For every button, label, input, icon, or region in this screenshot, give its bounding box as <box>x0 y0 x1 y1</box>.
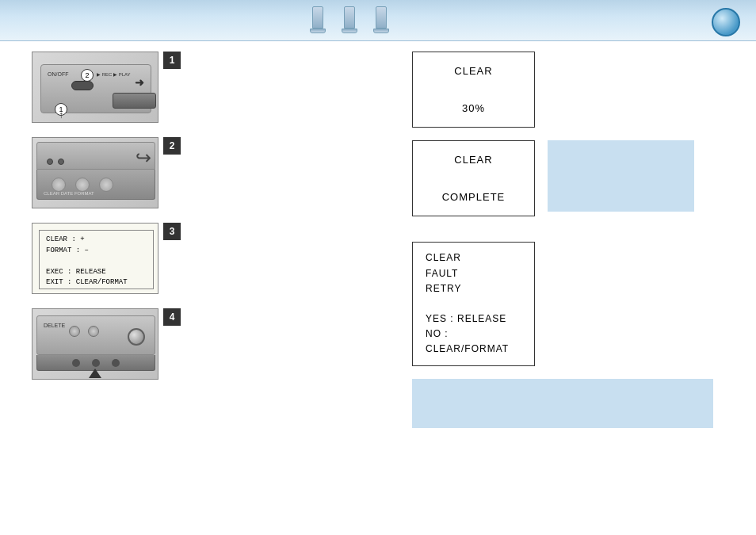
icon-body-3 <box>376 6 387 29</box>
header-circle-button[interactable] <box>712 8 740 36</box>
panel-3-line-3: RETRY <box>426 283 461 294</box>
curved-arrow-icon: ↩ <box>136 147 151 169</box>
icon-base-1 <box>310 29 326 33</box>
mode-indicator <box>113 93 156 109</box>
small-btn-1 <box>52 178 66 192</box>
icon-2 <box>341 6 358 35</box>
step-3-item: CLEAR : + FORMAT : – EXEC : RELEASE EXIT… <box>32 223 222 294</box>
sml-1 <box>69 326 80 337</box>
dot-2 <box>58 159 64 165</box>
info-box-2 <box>412 379 713 428</box>
sml-2 <box>88 326 99 337</box>
display-panels: CLEAR 30% CLEAR COMPLETE CLEAR FAULT RET… <box>412 52 745 428</box>
step-number-1: 1 <box>163 52 181 69</box>
icon-body-1 <box>312 6 323 29</box>
step-4-inner: DELETE <box>36 315 155 375</box>
step-4-body: DELETE <box>36 315 155 355</box>
steps-column: ON/OFF ▶ REC ▶ PLAY 2 ➜ 1 ↑ 1 <box>32 52 222 394</box>
onoff-switch <box>71 81 94 90</box>
panel-3-row: CLEAR FAULT RETRY YES : RELEASE NO : CLE… <box>412 242 745 365</box>
clear-label: CLEAR DATE FORMAT <box>44 191 94 196</box>
panel-1-line-3: 30% <box>462 102 485 114</box>
text-line-4: EXEC : RELEASE <box>46 268 106 276</box>
step-2-item: ↩ CLEAR DATE FORMAT 2 <box>32 137 222 208</box>
icon-1 <box>309 6 326 35</box>
step-2-device: ↩ CLEAR DATE FORMAT <box>32 137 158 208</box>
panel-3-text: CLEAR FAULT RETRY YES : RELEASE NO : CLE… <box>426 250 521 357</box>
step-3-text: CLEAR : + FORMAT : – EXEC : RELEASE EXIT… <box>39 230 154 289</box>
step-1-device: ON/OFF ▶ REC ▶ PLAY 2 ➜ 1 ↑ <box>32 52 158 123</box>
panel-2-row: CLEAR COMPLETE <box>412 140 745 229</box>
panel-3-line-6: NO : CLEAR/FORMAT <box>426 328 509 354</box>
icon-base-3 <box>373 29 389 33</box>
panel-2-line-3: COMPLETE <box>442 191 506 203</box>
header-bar <box>0 0 756 41</box>
btn-row <box>44 178 121 192</box>
dot-1 <box>47 159 53 165</box>
step-4-device: DELETE <box>32 308 158 380</box>
step-number-2: 2 <box>163 137 181 155</box>
step-number-3: 3 <box>163 223 181 240</box>
panel-3-line-1: CLEAR <box>426 252 461 263</box>
text-line-1: CLEAR : + <box>46 235 85 243</box>
panel-1-row: CLEAR 30% <box>412 52 745 128</box>
text-line-5: EXIT : CLEAR/FORMAT <box>46 278 128 286</box>
step-2-inner: ↩ CLEAR DATE FORMAT <box>36 142 155 205</box>
panel-1-text: CLEAR 30% <box>454 62 492 117</box>
panel-3-line-5: YES : RELEASE <box>426 313 506 324</box>
fault-display: CLEAR FAULT RETRY YES : RELEASE NO : CLE… <box>412 242 535 365</box>
info-box-1 <box>548 140 694 212</box>
step-3-screen: CLEAR : + FORMAT : – EXEC : RELEASE EXIT… <box>32 223 158 294</box>
annotation-2: 2 <box>81 69 94 82</box>
panel-3-line-2: FAULT <box>426 268 458 279</box>
header-icons <box>309 6 390 35</box>
panel-2-line-1: CLEAR <box>454 154 492 166</box>
base-dot-3 <box>112 359 120 367</box>
info-box-wide-row <box>412 379 745 428</box>
icon-3 <box>372 6 390 35</box>
display-box-1: CLEAR 30% <box>412 52 535 128</box>
small-btns <box>69 326 99 337</box>
small-btn-3 <box>99 178 113 192</box>
icon-base-2 <box>342 29 357 33</box>
display-box-2: CLEAR COMPLETE <box>412 140 535 216</box>
arrow-up-indicator <box>89 369 101 378</box>
panel-1-line-1: CLEAR <box>454 65 492 77</box>
step-number-4: 4 <box>163 308 181 326</box>
panel-2-text: CLEAR COMPLETE <box>442 151 506 206</box>
step-2-bottom: CLEAR DATE FORMAT <box>36 170 155 200</box>
text-line-2: FORMAT : – <box>46 246 89 254</box>
small-btn-2 <box>75 178 90 192</box>
up-arrow-1: ↑ <box>59 109 63 120</box>
base-dot-1 <box>72 359 80 367</box>
indicator-row <box>47 159 64 165</box>
step-2-top: ↩ <box>36 142 155 170</box>
icon-body-2 <box>344 6 355 29</box>
step-4-item: DELETE 4 <box>32 308 222 380</box>
camera-knob <box>128 328 145 346</box>
base-dot-2 <box>92 359 100 367</box>
step-1-item: ON/OFF ▶ REC ▶ PLAY 2 ➜ 1 ↑ 1 <box>32 52 222 123</box>
